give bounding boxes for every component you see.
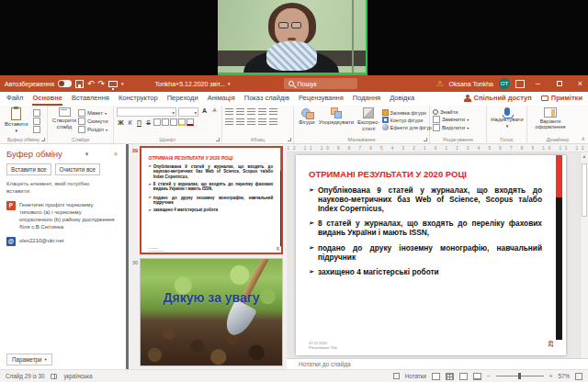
- horizontal-ruler[interactable]: 12 11 10 9 8 7 6 5 4 3 2 1 0 1 2 3 4 5 6…: [287, 144, 588, 152]
- shape-fill-button[interactable]: Заливка фігури: [382, 109, 432, 116]
- font-size-combobox[interactable]: ▾: [178, 107, 198, 117]
- italic-button[interactable]: К: [126, 119, 134, 126]
- tab-view[interactable]: Подання: [353, 94, 380, 104]
- quick-access-chevron-icon[interactable]: ▾: [121, 81, 124, 86]
- justify-icon[interactable]: [258, 118, 266, 126]
- avatar[interactable]: ОТ: [499, 78, 510, 89]
- columns-icon[interactable]: [269, 118, 277, 126]
- zoom-in-icon[interactable]: +: [549, 373, 553, 379]
- comments-button[interactable]: Примітки: [541, 94, 582, 102]
- vertical-scrollbar[interactable]: ▲: [580, 152, 588, 358]
- search-box[interactable]: Пошук: [284, 78, 357, 89]
- underline-button[interactable]: П: [135, 119, 143, 126]
- warning-icon[interactable]: ⚠: [435, 79, 443, 88]
- tab-help[interactable]: Довідка: [390, 94, 414, 104]
- find-button[interactable]: Знайти: [433, 109, 469, 115]
- cut-icon[interactable]: [33, 109, 40, 117]
- bold-button[interactable]: Ж: [117, 119, 125, 126]
- copy-icon[interactable]: [33, 118, 40, 125]
- tab-animations[interactable]: Анімація: [208, 94, 235, 104]
- paste-all-button[interactable]: Вставити все: [6, 163, 51, 175]
- redo-icon[interactable]: ↷: [97, 80, 105, 88]
- align-right-icon[interactable]: [247, 118, 255, 126]
- clipboard-item[interactable]: P Генетичні профілі чорнозему типового (…: [6, 201, 120, 230]
- tab-transitions[interactable]: Переходи: [167, 94, 198, 104]
- layout-button[interactable]: Макет▾: [78, 109, 108, 117]
- save-icon[interactable]: [75, 80, 84, 88]
- tab-slideshow[interactable]: Показ слайдів: [244, 94, 289, 104]
- zoom-slider[interactable]: [496, 376, 544, 376]
- close-button[interactable]: ×: [572, 75, 588, 92]
- paste-button[interactable]: Вставити ▾: [3, 107, 30, 133]
- font-name-combobox[interactable]: ▾: [117, 107, 176, 117]
- notes-area[interactable]: Нотатки до слайда: [287, 358, 588, 369]
- clipboard-dialog-launcher[interactable]: [41, 138, 45, 141]
- spellcheck-icon[interactable]: [51, 374, 57, 379]
- language-indicator[interactable]: українська: [63, 373, 92, 379]
- section-button[interactable]: Розділ▾: [78, 126, 108, 133]
- ribbon-display-options-icon[interactable]: [515, 80, 525, 88]
- tab-home[interactable]: Основне: [32, 94, 62, 106]
- start-slideshow-icon[interactable]: [108, 81, 118, 87]
- clipboard-item[interactable]: @ olex2210@ukr.net: [6, 237, 120, 246]
- strikethrough-button[interactable]: S: [144, 119, 153, 126]
- arrange-button[interactable]: Упорядкувати: [317, 107, 356, 126]
- highlight-color-icon[interactable]: [178, 118, 186, 126]
- change-case-icon[interactable]: [170, 118, 177, 126]
- tab-design[interactable]: Конструктор: [119, 94, 158, 104]
- clear-all-button[interactable]: Очистити все: [55, 163, 100, 175]
- format-painter-icon[interactable]: [33, 126, 40, 133]
- slide-sorter-view-icon[interactable]: [446, 373, 454, 380]
- tab-review[interactable]: Рецензування: [299, 94, 344, 104]
- slideshow-view-icon[interactable]: [473, 373, 481, 380]
- scroll-up-icon[interactable]: ▲: [581, 152, 588, 160]
- bullets-icon[interactable]: [225, 108, 233, 116]
- slide-title[interactable]: ОТРИМАНІ РЕЗУЛЬТАТИ У 2020 РОЦІ: [309, 169, 542, 179]
- pane-options-chevron-icon[interactable]: ▾: [83, 151, 92, 158]
- reading-view-icon[interactable]: [459, 373, 468, 380]
- share-button[interactable]: Спільний доступ: [464, 94, 532, 102]
- tab-insert[interactable]: Вставлення: [72, 94, 109, 104]
- scrollbar-thumb[interactable]: [582, 163, 587, 217]
- document-title[interactable]: Tonkha+5.12.2020 звіт... ▾: [155, 81, 231, 87]
- autosave-toggle[interactable]: [58, 80, 72, 87]
- notes-toggle-label[interactable]: Нотатки: [405, 373, 426, 379]
- quick-styles-button[interactable]: Експрес-стилі: [356, 107, 382, 131]
- slide-thumbnail-thankyou[interactable]: Дякую за увагу: [140, 258, 283, 366]
- slide-indicator[interactable]: Слайд 29 із 30: [6, 373, 44, 379]
- undo-icon[interactable]: ↶: [87, 80, 95, 88]
- notes-toggle-icon[interactable]: [393, 373, 400, 379]
- slide-canvas[interactable]: ОТРИМАНІ РЕЗУЛЬТАТИ У 2020 РОЦІ ➢Опублік…: [296, 155, 566, 355]
- normal-view-icon[interactable]: [432, 373, 440, 380]
- select-button[interactable]: Виділити▾: [433, 124, 469, 131]
- text-shadow-icon[interactable]: [153, 118, 161, 126]
- slide-bullet[interactable]: ➢подано до друку іноземну монографію, на…: [309, 243, 542, 262]
- collapse-ribbon-icon[interactable]: ∧: [582, 135, 585, 141]
- webcam-video[interactable]: [218, 0, 368, 75]
- shape-effects-button[interactable]: Ефекти для фігур: [382, 124, 432, 130]
- slide-bullet[interactable]: ➢Опублікована 9 статей у журналах, що вх…: [309, 185, 542, 213]
- numbering-icon[interactable]: [236, 108, 244, 116]
- paragraph-dialog-launcher[interactable]: [288, 138, 291, 141]
- tab-file[interactable]: Файл: [6, 94, 23, 104]
- pane-close-icon[interactable]: ×: [111, 151, 120, 157]
- minimize-button[interactable]: –: [530, 75, 546, 92]
- indent-increase-icon[interactable]: [258, 108, 266, 116]
- align-left-icon[interactable]: [225, 118, 233, 126]
- zoom-level[interactable]: 57%: [558, 373, 570, 379]
- maximize-button[interactable]: [551, 75, 567, 92]
- account-name[interactable]: Oksana Tonkha: [448, 81, 493, 87]
- align-center-icon[interactable]: [236, 118, 244, 126]
- dictate-button[interactable]: Надиктувати ▾: [490, 107, 525, 129]
- shape-outline-button[interactable]: Контур фігури: [382, 117, 432, 123]
- character-spacing-icon[interactable]: [162, 118, 169, 126]
- fit-to-window-icon[interactable]: [575, 373, 582, 380]
- zoom-out-icon[interactable]: −: [487, 373, 491, 379]
- replace-button[interactable]: Замінити▾: [433, 116, 469, 123]
- zoom-slider-thumb[interactable]: [518, 373, 521, 379]
- slide-bullet[interactable]: ➢захищено 4 магістерські роботи: [309, 267, 542, 276]
- grow-font-button[interactable]: А: [200, 107, 209, 117]
- drawing-dialog-launcher[interactable]: [424, 138, 427, 141]
- clipboard-options-button[interactable]: Параметри ▾: [6, 354, 52, 365]
- shapes-button[interactable]: Фігури: [297, 107, 317, 126]
